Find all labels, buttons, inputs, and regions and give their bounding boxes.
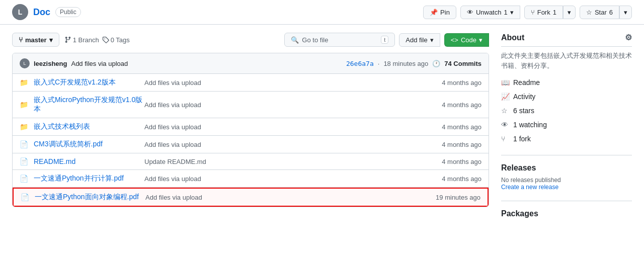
gear-icon[interactable]: ⚙ bbox=[625, 33, 632, 42]
activity-icon: 📈 bbox=[501, 93, 509, 101]
commit-hash[interactable]: 26e6a7a bbox=[346, 60, 374, 67]
sidebar-divider-2 bbox=[501, 201, 632, 201]
star-count: 6 bbox=[609, 9, 613, 16]
avatar: L bbox=[12, 4, 28, 20]
branch-bar: ⑂ master ▾ 1 Branch 0 Tags bbox=[12, 33, 489, 47]
repo-header: L Doc Public bbox=[12, 4, 81, 20]
activity-label: Activity bbox=[513, 93, 535, 101]
folder-icon: 📁 bbox=[20, 78, 30, 87]
repo-badge: Public bbox=[55, 7, 81, 17]
branch-meta: 1 Branch 0 Tags bbox=[64, 36, 130, 44]
sidebar-link-forks[interactable]: ⑂ 1 fork bbox=[501, 133, 632, 145]
chevron-down-icon: ▾ bbox=[49, 36, 53, 44]
highlighted-file-row: 📄 一文速通Python面向对象编程.pdf Add files via upl… bbox=[13, 188, 489, 207]
pin-label: Pin bbox=[440, 9, 450, 16]
branch-bar-left: ⑂ master ▾ 1 Branch 0 Tags bbox=[12, 33, 130, 47]
branch-name: master bbox=[25, 36, 47, 44]
stars-label: 6 stars bbox=[513, 107, 534, 115]
repo-name[interactable]: Doc bbox=[33, 7, 50, 18]
chevron-down-icon: ▾ bbox=[430, 36, 434, 44]
commit-separator: · bbox=[378, 60, 380, 67]
commit-username[interactable]: leezisheng bbox=[34, 60, 67, 67]
fork-label: Fork bbox=[537, 9, 550, 16]
book-icon: 📖 bbox=[501, 78, 509, 87]
fork-dropdown[interactable]: ▾ bbox=[563, 6, 576, 19]
file-time: 4 months ago bbox=[411, 141, 481, 148]
sidebar-description: 此文件夹主要包括嵌入式开发规范和相关技术书籍、资料分享。 bbox=[501, 51, 632, 70]
file-name[interactable]: 嵌入式技术栈列表 bbox=[34, 122, 144, 131]
branch-icon: ⑂ bbox=[19, 36, 23, 44]
fork-count: 1 bbox=[553, 9, 556, 16]
packages-section: Packages bbox=[501, 209, 632, 218]
file-icon: 📄 bbox=[21, 193, 31, 201]
commit-bar-left: L leezisheng Add files via upload bbox=[20, 58, 128, 68]
add-file-button[interactable]: Add file ▾ bbox=[399, 33, 440, 47]
file-name[interactable]: 一文速通Python并行计算.pdf bbox=[34, 174, 144, 183]
packages-title: Packages bbox=[501, 209, 632, 218]
sidebar-link-readme[interactable]: 📖 Readme bbox=[501, 76, 632, 89]
tag-count[interactable]: 0 Tags bbox=[102, 36, 130, 44]
file-commit: Add files via upload bbox=[144, 101, 411, 109]
search-box[interactable]: 🔍 Go to file t bbox=[284, 33, 395, 47]
star-dropdown[interactable]: ▾ bbox=[619, 6, 632, 19]
tag-icon bbox=[102, 36, 109, 43]
file-commit: Add files via upload bbox=[144, 175, 411, 183]
folder-icon: 📁 bbox=[20, 123, 30, 131]
file-commit: Add files via upload bbox=[144, 79, 411, 87]
fork-group: ⑂ Fork 1 ▾ bbox=[524, 6, 576, 19]
code-icon: <> bbox=[451, 36, 458, 44]
file-icon: 📄 bbox=[20, 140, 30, 148]
search-kbd: t bbox=[381, 36, 388, 44]
star-label: Star bbox=[595, 9, 607, 16]
unwatch-button[interactable]: 👁 Unwatch 1 ▾ bbox=[460, 6, 520, 19]
create-release-anchor[interactable]: Create a new release bbox=[501, 184, 558, 191]
history-icon: 🕐 bbox=[432, 60, 440, 67]
branch-bar-right: 🔍 Go to file t Add file ▾ <> Code ▾ bbox=[284, 33, 489, 47]
commit-bar-right: 26e6a7a · 18 minutes ago 🕐 74 Commits bbox=[346, 60, 481, 67]
file-commit: Add files via upload bbox=[145, 194, 410, 201]
eye-icon: 👁 bbox=[501, 121, 509, 129]
releases-title: Releases bbox=[501, 163, 632, 173]
fork-button[interactable]: ⑂ Fork 1 bbox=[524, 6, 563, 19]
unwatch-count: 1 bbox=[504, 9, 507, 16]
sidebar-link-activity[interactable]: 📈 Activity bbox=[501, 91, 632, 103]
add-file-group: Add file ▾ bbox=[399, 33, 440, 47]
top-bar: L Doc Public 📌 Pin 👁 Unwatch 1 ▾ ⑂ Fork … bbox=[0, 0, 644, 25]
file-name[interactable]: CM3调试系统简析.pdf bbox=[34, 140, 144, 149]
about-title: About ⚙ bbox=[501, 33, 632, 47]
sidebar-link-watching[interactable]: 👁 1 watching bbox=[501, 119, 632, 131]
file-name[interactable]: README.md bbox=[34, 157, 144, 165]
add-file-label: Add file bbox=[406, 36, 427, 44]
file-row: 📁 嵌入式MicroPython开发规范v1.0版本 Add files via… bbox=[13, 92, 489, 118]
readme-label: Readme bbox=[513, 78, 540, 87]
file-time: 4 months ago bbox=[411, 101, 481, 109]
code-label: Code bbox=[461, 36, 476, 44]
sidebar-link-stars[interactable]: ☆ 6 stars bbox=[501, 105, 632, 117]
star-button[interactable]: ☆ Star 6 bbox=[580, 6, 619, 19]
file-time: 4 months ago bbox=[411, 79, 481, 87]
star-icon: ☆ bbox=[586, 9, 592, 16]
star-icon: ☆ bbox=[501, 107, 509, 115]
repo-actions: 📌 Pin 👁 Unwatch 1 ▾ ⑂ Fork 1 ▾ ☆ S bbox=[423, 6, 632, 19]
fork-icon: ⑂ bbox=[501, 135, 509, 143]
file-name[interactable]: 一文速通Python面向对象编程.pdf bbox=[35, 193, 145, 202]
code-button[interactable]: <> Code ▾ bbox=[444, 33, 489, 47]
file-row: 📁 嵌入式C开发规范v1.2版本 Add files via upload 4 … bbox=[13, 74, 489, 92]
commit-time: 18 minutes ago bbox=[383, 60, 428, 67]
repo-main: ⑂ master ▾ 1 Branch 0 Tags bbox=[12, 33, 489, 228]
watching-label: 1 watching bbox=[513, 121, 547, 129]
releases-section: Releases No releases published Create a … bbox=[501, 163, 632, 191]
file-name[interactable]: 嵌入式MicroPython开发规范v1.0版本 bbox=[34, 96, 144, 114]
commits-link[interactable]: 74 Commits bbox=[444, 60, 481, 67]
pin-button[interactable]: 📌 Pin bbox=[423, 6, 456, 19]
repo-sidebar: About ⚙ 此文件夹主要包括嵌入式开发规范和相关技术书籍、资料分享。 📖 R… bbox=[501, 33, 632, 228]
file-icon: 📄 bbox=[20, 175, 30, 183]
create-release-link[interactable]: Create a new release bbox=[501, 184, 632, 191]
file-name[interactable]: 嵌入式C开发规范v1.2版本 bbox=[34, 78, 144, 87]
about-section: About ⚙ 此文件夹主要包括嵌入式开发规范和相关技术书籍、资料分享。 📖 R… bbox=[501, 33, 632, 145]
commit-bar: L leezisheng Add files via upload 26e6a7… bbox=[13, 53, 489, 74]
branch-selector[interactable]: ⑂ master ▾ bbox=[12, 33, 59, 47]
branch-count[interactable]: 1 Branch bbox=[64, 36, 99, 44]
pin-icon: 📌 bbox=[430, 9, 438, 16]
chevron-down-icon: ▾ bbox=[510, 9, 514, 16]
